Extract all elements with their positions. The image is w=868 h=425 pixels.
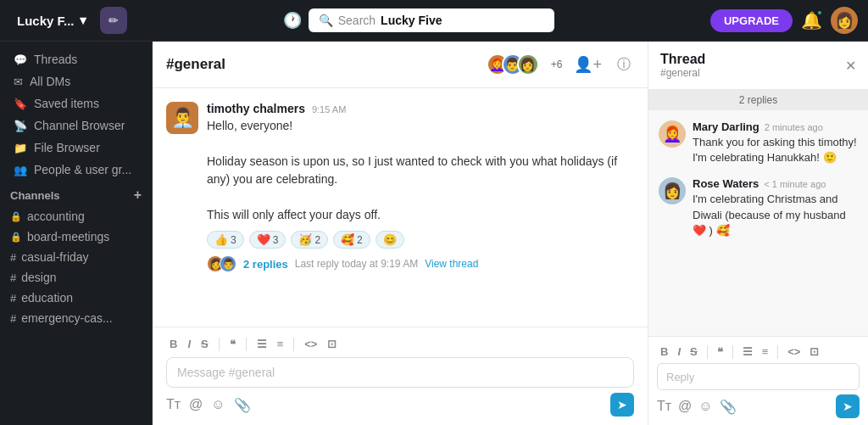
thread-list-button[interactable]: ☰	[739, 344, 756, 360]
thread-input-placeholder: Reply	[666, 371, 694, 383]
toolbar-separator	[219, 338, 220, 351]
thread-attachment-icon[interactable]: 📎	[720, 399, 737, 415]
channel-name: accounting	[27, 210, 85, 223]
code-button[interactable]: <>	[301, 336, 320, 352]
thread-quote-button[interactable]: ❝	[714, 344, 726, 360]
reaction-thumbs[interactable]: 👍 3	[207, 231, 244, 249]
send-button[interactable]: ➤	[610, 393, 634, 417]
reaction-party[interactable]: 🥳 2	[291, 231, 328, 249]
thread-bottom-icons: Tт @ ☺ 📎	[657, 399, 737, 415]
thread-bold-button[interactable]: B	[657, 344, 671, 360]
thread-close-button[interactable]: ✕	[845, 58, 856, 74]
workspace-name[interactable]: Lucky F... ▾	[10, 13, 93, 28]
thread-author-1: Mary Darling	[693, 120, 760, 133]
input-placeholder: Message #general	[177, 366, 275, 379]
notifications-button[interactable]: 🔔	[801, 10, 822, 31]
mention-icon[interactable]: @	[189, 397, 203, 412]
add-member-button[interactable]: 👤+	[570, 52, 605, 77]
emoji-icon[interactable]: ☺	[211, 397, 225, 412]
all-dms-icon: ✉	[14, 75, 23, 88]
channel-name: board-meetings	[27, 230, 109, 243]
text-format-icon[interactable]: Tт	[166, 397, 181, 412]
thread-send-button[interactable]: ➤	[836, 394, 860, 418]
channel-item-casual-friday[interactable]: # casual-friday	[0, 247, 152, 267]
sidebar-item-all-dms[interactable]: ✉ All DMs	[3, 70, 148, 92]
upgrade-button[interactable]: UPGRADE	[710, 9, 793, 32]
message-input[interactable]: Message #general	[166, 357, 634, 388]
edit-button[interactable]: ✏	[100, 7, 127, 34]
search-bar[interactable]: 🔍 Search Lucky Five	[309, 8, 554, 32]
thread-time-2: < 1 minute ago	[764, 179, 826, 189]
threads-label: Threads	[34, 53, 77, 66]
list-ul-button[interactable]: ☰	[253, 336, 270, 352]
thread-mention-icon[interactable]: @	[678, 399, 692, 414]
channel-title: #general	[166, 56, 225, 73]
input-toolbar: B I S ❝ ☰ ≡ <> ⊡	[166, 336, 634, 352]
thread-panel: Thread #general ✕ 2 replies 👩‍🦰 Mary Dar…	[648, 42, 868, 425]
sidebar: 💬 Threads ✉ All DMs 🔖 Saved items 📡 Chan…	[0, 42, 153, 425]
list-ol-button[interactable]: ≡	[274, 336, 287, 352]
sidebar-item-saved-items[interactable]: 🔖 Saved items	[3, 92, 148, 115]
bold-button[interactable]: B	[166, 336, 181, 352]
toolbar-separator	[707, 345, 708, 359]
thread-avatar-1: 👩‍🦰	[659, 120, 686, 148]
thread-message-header-2: Rose Waters < 1 minute ago	[693, 177, 858, 190]
channel-item-accounting[interactable]: 🔒 accounting	[0, 206, 152, 226]
search-icon: 🔍	[319, 14, 333, 27]
toolbar-separator	[246, 338, 247, 351]
info-button[interactable]: ⓘ	[614, 53, 634, 77]
topbar: Lucky F... ▾ ✏ 🕐 🔍 Search Lucky Five UPG…	[0, 0, 868, 42]
thread-text-format-icon[interactable]: Tт	[657, 399, 671, 414]
reply-meta: Last reply today at 9:19 AM	[295, 258, 418, 270]
channel-item-design[interactable]: # design	[0, 267, 152, 288]
channel-name: casual-friday	[21, 250, 88, 264]
italic-button[interactable]: I	[184, 336, 194, 352]
thread-message-content-2: Rose Waters < 1 minute ago I'm celebrati…	[693, 177, 858, 238]
quote-button[interactable]: ❝	[226, 336, 239, 352]
member-avatar-3: 👩	[517, 53, 539, 75]
channel-item-emergency[interactable]: # emergency-cas...	[0, 308, 152, 328]
thread-italic-button[interactable]: I	[674, 344, 684, 360]
strikethrough-button[interactable]: S	[198, 336, 212, 352]
thread-emoji-icon[interactable]: ☺	[698, 399, 712, 414]
input-bottom-bar: Tт @ ☺ 📎 ➤	[166, 393, 634, 417]
member-avatars[interactable]: 👩‍🦰 👨 👩	[487, 53, 539, 75]
thread-input-area: B I S ❝ ☰ ≡ <> ⊡ Reply Tт @ ☺ 📎	[648, 336, 868, 425]
view-thread-link[interactable]: View thread	[425, 258, 478, 270]
sidebar-item-channel-browser[interactable]: 📡 Channel Browser	[3, 115, 148, 137]
notification-dot	[816, 9, 823, 16]
user-avatar[interactable]: 👩	[831, 7, 858, 34]
channels-section-header[interactable]: Channels +	[0, 181, 152, 206]
reply-bar: 👩 👨 2 replies Last reply today at 9:19 A…	[207, 255, 634, 272]
add-channel-button[interactable]: +	[134, 187, 142, 203]
attachment-icon[interactable]: 📎	[234, 397, 251, 413]
thread-text-2: I'm celebrating Christmas and Diwali (be…	[693, 192, 858, 238]
thread-reply-input[interactable]: Reply	[657, 363, 860, 390]
thread-list2-button[interactable]: ≡	[759, 344, 772, 360]
reaction-love[interactable]: 🥰 2	[333, 231, 370, 249]
hash-icon: #	[10, 312, 16, 325]
messages-list: 👨‍💼 timothy chalmers 9:15 AM Hello, ever…	[153, 88, 648, 327]
thread-code-button[interactable]: <>	[784, 344, 804, 360]
sidebar-item-file-browser[interactable]: 📁 File Browser	[3, 137, 148, 159]
message-avatar: 👨‍💼	[166, 102, 198, 134]
sidebar-item-threads[interactable]: 💬 Threads	[3, 48, 148, 70]
thread-title-block: Thread #general	[660, 52, 705, 79]
channel-name: emergency-cas...	[21, 311, 112, 325]
channel-item-board-meetings[interactable]: 🔒 board-meetings	[0, 226, 152, 247]
saved-items-icon: 🔖	[14, 98, 27, 110]
reply-count-link[interactable]: 2 replies	[243, 258, 288, 271]
sidebar-item-people[interactable]: 👥 People & user gr...	[3, 159, 148, 181]
thread-strike-button[interactable]: S	[687, 344, 701, 360]
history-button[interactable]: 🕐	[283, 11, 302, 30]
toolbar-separator	[732, 345, 733, 359]
thread-message-2: 👩 Rose Waters < 1 minute ago I'm celebra…	[659, 177, 858, 238]
block-button[interactable]: ⊡	[324, 336, 340, 352]
thread-block-button[interactable]: ⊡	[806, 344, 822, 360]
reaction-heart[interactable]: ❤️ 3	[249, 231, 287, 249]
search-static: Search	[338, 14, 376, 27]
thread-header: Thread #general ✕	[648, 42, 868, 90]
saved-items-label: Saved items	[34, 97, 99, 110]
channel-item-education[interactable]: # education	[0, 288, 152, 308]
reaction-smile[interactable]: 😊	[376, 231, 404, 249]
